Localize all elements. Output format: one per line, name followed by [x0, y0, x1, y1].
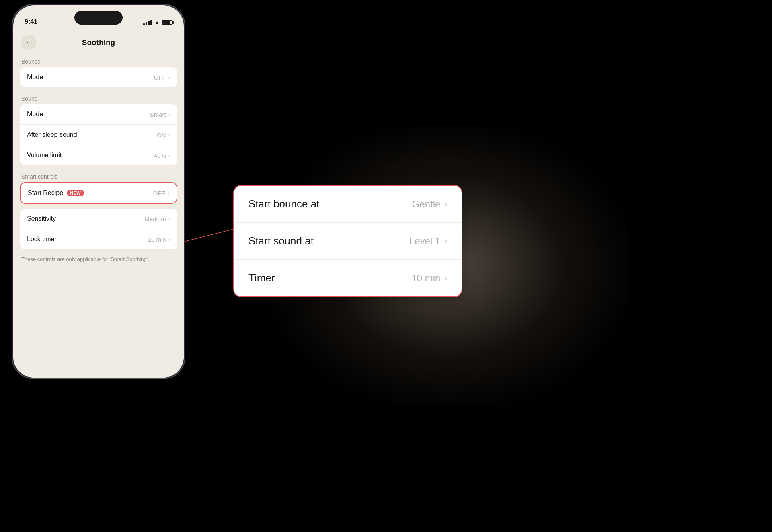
volume-limit-row[interactable]: Volume limit 40% › [20, 145, 177, 165]
popup-card: Start bounce at Gentle › Start sound at … [233, 185, 462, 297]
after-sleep-label: After sleep sound [27, 131, 77, 138]
sound-mode-row[interactable]: Mode Smart › [20, 104, 177, 125]
sound-section-label: Sound [13, 92, 184, 104]
header: ← Soothing [13, 29, 184, 55]
chevron-icon: › [168, 190, 169, 196]
start-recipe-row[interactable]: Start Recipe NEW OFF › [20, 182, 177, 204]
popup-chevron-icon: › [444, 236, 447, 246]
sound-card: Mode Smart › After sleep sound ON › Volu… [20, 104, 177, 165]
lock-timer-row[interactable]: Lock timer 10 min › [20, 229, 177, 249]
popup-start-sound-label: Start sound at [248, 235, 314, 247]
sensitivity-value: Medium › [144, 216, 170, 222]
sound-mode-value: Smart › [150, 111, 170, 118]
chevron-icon: › [168, 74, 170, 80]
bounce-card: Mode OFF › [20, 67, 177, 87]
phone-screen: 9:41 ▲ ← Soothing [13, 5, 184, 378]
popup-start-bounce-row[interactable]: Start bounce at Gentle › [234, 186, 462, 223]
after-sleep-value: ON › [157, 131, 170, 138]
chevron-icon: › [168, 132, 170, 138]
page-title: Soothing [82, 38, 115, 47]
smart-controls-label: Smart controls [13, 170, 184, 182]
popup-chevron-icon: › [444, 273, 447, 283]
lock-timer-value: 10 min › [148, 236, 170, 243]
sound-mode-label: Mode [27, 111, 43, 118]
recipe-left: Start Recipe NEW [28, 189, 84, 197]
bounce-mode-value: OFF › [154, 74, 170, 81]
popup-chevron-icon: › [444, 199, 447, 209]
wifi-icon: ▲ [154, 19, 160, 25]
popup-start-sound-row[interactable]: Start sound at Level 1 › [234, 223, 462, 260]
chevron-icon: › [168, 236, 170, 242]
bounce-mode-row[interactable]: Mode OFF › [20, 67, 177, 87]
status-icons: ▲ [143, 19, 172, 25]
sensitivity-label: Sensitivity [27, 215, 56, 222]
after-sleep-row[interactable]: After sleep sound ON › [20, 125, 177, 145]
status-time: 9:41 [25, 18, 37, 25]
chevron-icon: › [168, 111, 170, 117]
smart-controls-card: Sensitivity Medium › Lock timer 10 min › [20, 209, 177, 249]
bounce-section-label: Bounce [13, 55, 184, 67]
back-arrow-icon: ← [26, 39, 32, 46]
popup-timer-row[interactable]: Timer 10 min › [234, 260, 462, 296]
popup-start-sound-value: Level 1 › [409, 236, 447, 247]
back-button[interactable]: ← [21, 35, 37, 50]
dynamic-island [74, 11, 123, 25]
screen-content: ← Soothing Bounce Mode OFF › Sound [13, 29, 184, 378]
chevron-icon: › [168, 216, 170, 222]
volume-limit-label: Volume limit [27, 152, 62, 159]
battery-icon [162, 20, 172, 25]
popup-start-bounce-value: Gentle › [412, 199, 447, 210]
new-badge: NEW [67, 190, 84, 196]
volume-limit-value: 40% › [154, 152, 170, 159]
chevron-icon: › [168, 152, 170, 158]
start-recipe-label: Start Recipe [28, 189, 63, 197]
lock-timer-label: Lock timer [27, 236, 57, 243]
phone-shell: 9:41 ▲ ← Soothing [12, 4, 185, 379]
sensitivity-row[interactable]: Sensitivity Medium › [20, 209, 177, 229]
footnote-text: These controls are only applicable for '… [13, 254, 184, 263]
popup-start-bounce-label: Start bounce at [248, 198, 319, 210]
popup-timer-value: 10 min › [411, 273, 447, 284]
bounce-mode-label: Mode [27, 74, 43, 81]
start-recipe-value: OFF › [153, 190, 169, 197]
popup-timer-label: Timer [248, 272, 275, 284]
signal-icon [143, 20, 152, 25]
